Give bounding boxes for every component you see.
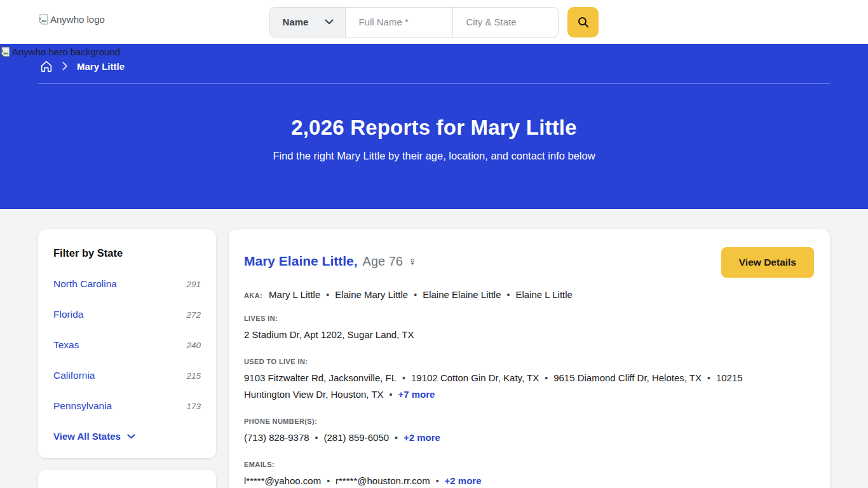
state-link-california[interactable]: California bbox=[53, 370, 95, 381]
breadcrumb-current: Mary Little bbox=[77, 61, 125, 72]
page-subtitle: Find the right Mary Little by their age,… bbox=[0, 150, 868, 162]
breadcrumb: Mary Little bbox=[0, 44, 868, 73]
chevron-down-icon bbox=[325, 19, 334, 25]
person-name-link[interactable]: Mary Elaine Little, bbox=[244, 254, 358, 269]
state-count: 240 bbox=[186, 341, 201, 350]
state-count: 291 bbox=[186, 280, 201, 289]
phone-numbers-label: PHONE NUMBER(S): bbox=[244, 417, 814, 425]
previous-address: 9615 Diamond Cliff Dr, Helotes, TX bbox=[553, 372, 702, 383]
header-search-bar: Name bbox=[269, 7, 599, 37]
hero-section: Anywho hero background Mary Little 2,026… bbox=[0, 44, 868, 209]
broken-image-icon bbox=[0, 46, 11, 57]
email-address: r*****@houston.rr.com bbox=[336, 475, 430, 486]
previous-address: 19102 Cotton Gin Dr, Katy, TX bbox=[411, 372, 539, 383]
search-category-value: Name bbox=[283, 17, 309, 27]
state-filter-row: Texas 240 bbox=[53, 339, 201, 351]
filter-by-age-card: Filter by Age bbox=[38, 470, 216, 488]
bullet-separator: • bbox=[545, 373, 548, 383]
bullet-separator: • bbox=[326, 290, 329, 300]
bullet-separator: • bbox=[707, 373, 710, 383]
state-link-pennsylvania[interactable]: Pennsylvania bbox=[53, 400, 112, 412]
broken-image-icon bbox=[38, 14, 49, 25]
search-icon bbox=[577, 16, 590, 29]
filter-by-state-title: Filter by State bbox=[53, 247, 201, 259]
aka-name: Elaine Mary Little bbox=[335, 289, 408, 300]
result-header: Mary Elaine Little, Age 76 ♀ View Detail… bbox=[244, 247, 814, 278]
bullet-separator: • bbox=[395, 433, 398, 443]
hero-background-alt-text: Anywho hero background bbox=[12, 46, 120, 57]
state-count: 272 bbox=[186, 310, 201, 320]
phone-number: (713) 828-9378 bbox=[244, 432, 309, 443]
bullet-separator: • bbox=[436, 476, 439, 486]
phone-number: (281) 859-6050 bbox=[323, 432, 389, 443]
state-link-north-carolina[interactable]: North Carolina bbox=[53, 278, 117, 290]
city-state-input[interactable] bbox=[452, 8, 558, 37]
search-category-select[interactable]: Name bbox=[270, 8, 346, 37]
view-all-states-button[interactable]: View All States bbox=[53, 431, 201, 442]
chevron-down-icon bbox=[127, 434, 135, 439]
more-emails-link[interactable]: +2 more bbox=[445, 475, 482, 486]
search-button[interactable] bbox=[567, 7, 599, 37]
state-filter-row: California 215 bbox=[53, 370, 201, 381]
top-bar: Anywho logo Name bbox=[0, 0, 868, 44]
content-area: Filter by State North Carolina 291 Flori… bbox=[0, 209, 868, 488]
filter-by-state-card: Filter by State North Carolina 291 Flori… bbox=[38, 229, 216, 458]
aka-label: AKA: bbox=[244, 292, 262, 299]
bullet-separator: • bbox=[390, 390, 393, 400]
phone-numbers: (713) 828-9378•(281) 859-6050•+2 more bbox=[244, 430, 752, 446]
emails: l*****@yahoo.com•r*****@houston.rr.com•+… bbox=[244, 473, 752, 488]
used-to-live-label: USED TO LIVE IN: bbox=[244, 358, 814, 365]
person-title-line: Mary Elaine Little, Age 76 ♀ bbox=[244, 247, 417, 269]
state-count: 215 bbox=[186, 371, 201, 381]
email-address: l*****@yahoo.com bbox=[244, 475, 321, 486]
bullet-separator: • bbox=[327, 476, 330, 486]
previous-address: 9103 Fitzwalter Rd, Jacksonville, FL bbox=[244, 372, 397, 383]
more-addresses-link[interactable]: +7 more bbox=[398, 389, 435, 400]
used-to-live-addresses: 9103 Fitzwalter Rd, Jacksonville, FL•191… bbox=[244, 370, 752, 403]
state-filter-row: Pennsylvania 173 bbox=[53, 400, 201, 412]
home-icon[interactable] bbox=[39, 59, 53, 73]
hero-background-broken-image: Anywho hero background bbox=[0, 46, 120, 57]
aka-name: Elaine L Little bbox=[515, 289, 573, 300]
view-all-states-label: View All States bbox=[53, 431, 121, 442]
bullet-separator: • bbox=[315, 433, 318, 443]
state-link-texas[interactable]: Texas bbox=[53, 339, 79, 351]
more-phones-link[interactable]: +2 more bbox=[403, 432, 440, 443]
bullet-separator: • bbox=[402, 373, 405, 383]
full-name-input[interactable] bbox=[346, 8, 452, 37]
bullet-separator: • bbox=[507, 290, 510, 300]
hero-divider bbox=[38, 83, 830, 84]
view-details-button[interactable]: View Details bbox=[721, 247, 814, 278]
person-result-card: Mary Elaine Little, Age 76 ♀ View Detail… bbox=[229, 229, 830, 488]
person-age: Age 76 bbox=[363, 254, 403, 269]
chevron-right-icon bbox=[62, 62, 68, 71]
lives-in-address: 2 Stadium Dr, Apt 1202, Sugar Land, TX bbox=[244, 327, 752, 343]
lives-in-section: LIVES IN: 2 Stadium Dr, Apt 1202, Sugar … bbox=[244, 315, 814, 343]
emails-section: EMAILS: l*****@yahoo.com•r*****@houston.… bbox=[244, 461, 814, 488]
phone-numbers-section: PHONE NUMBER(S): (713) 828-9378•(281) 85… bbox=[244, 417, 814, 446]
page-title: 2,026 Reports for Mary Little bbox=[0, 116, 868, 140]
sidebar-filters: Filter by State North Carolina 291 Flori… bbox=[38, 229, 216, 488]
aka-name: Mary L Little bbox=[269, 289, 320, 300]
anywho-logo-broken-image[interactable]: Anywho logo bbox=[38, 14, 105, 25]
used-to-live-section: USED TO LIVE IN: 9103 Fitzwalter Rd, Jac… bbox=[244, 358, 814, 403]
bullet-separator: • bbox=[414, 290, 417, 300]
state-link-florida[interactable]: Florida bbox=[53, 309, 83, 320]
search-group: Name bbox=[269, 7, 559, 37]
anywho-logo-alt-text: Anywho logo bbox=[50, 14, 105, 25]
aka-name: Elaine Elaine Little bbox=[423, 289, 501, 300]
emails-label: EMAILS: bbox=[244, 461, 814, 468]
aka-row: AKA: Mary L Little • Elaine Mary Little … bbox=[244, 289, 814, 300]
results-column: Mary Elaine Little, Age 76 ♀ View Detail… bbox=[229, 229, 830, 488]
state-count: 173 bbox=[186, 402, 201, 411]
state-filter-row: Florida 272 bbox=[53, 309, 201, 320]
lives-in-label: LIVES IN: bbox=[244, 315, 814, 322]
state-filter-row: North Carolina 291 bbox=[53, 278, 201, 290]
female-gender-icon: ♀ bbox=[408, 255, 417, 268]
